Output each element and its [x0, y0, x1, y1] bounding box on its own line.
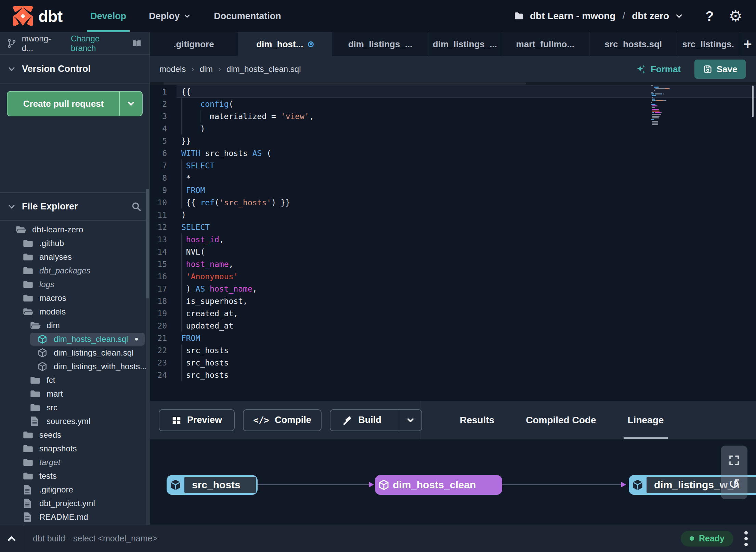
tree-item-label: dbt-learn-zero — [32, 225, 83, 234]
create-pull-request-button[interactable]: Create pull request — [7, 91, 143, 116]
tree-item-logs[interactable]: logs — [0, 278, 149, 291]
code-line-14[interactable]: 14 NVL( — [150, 246, 756, 258]
tab-label: src_hosts.sql — [604, 39, 662, 50]
breadcrumb-models[interactable]: models — [159, 64, 186, 74]
search-icon[interactable] — [131, 201, 142, 212]
code-line-20[interactable]: 20 updated_at — [150, 320, 756, 332]
tree-item-readme-md[interactable]: README.md — [0, 510, 149, 524]
tree-item-dbt-packages[interactable]: dbt_packages — [0, 264, 149, 278]
tree-item-label: macros — [39, 293, 66, 303]
tree-item-gitignore[interactable]: .gitignore — [0, 483, 149, 497]
breadcrumb-dim[interactable]: dim — [199, 64, 213, 74]
tree-item-fct[interactable]: fct — [0, 373, 149, 387]
tree-item-dbt-project-yml[interactable]: dbt_project.yml — [0, 497, 149, 510]
tree-item-dim-listings-clean-sql[interactable]: dim_listings_clean.sql — [0, 346, 149, 360]
tree-item-dim-listings-with-hosts[interactable]: dim_listings_with_hosts... — [0, 360, 149, 373]
fullscreen-icon[interactable] — [728, 454, 740, 466]
editor-vscrollbar-thumb[interactable] — [752, 86, 754, 117]
nav-develop[interactable]: Develop — [87, 0, 130, 32]
code-editor[interactable]: 1{{2 config(3 materialized = 'view',4 )5… — [150, 82, 756, 401]
compile-button[interactable]: </> Compile — [243, 409, 322, 431]
code-line-12[interactable]: 12SELECT — [150, 221, 756, 233]
code-line-24[interactable]: 24 src_hosts — [150, 369, 756, 381]
help-icon[interactable]: ? — [705, 9, 714, 24]
code-line-15[interactable]: 15 host_name, — [150, 258, 756, 270]
chevron-down-icon — [183, 12, 191, 20]
code-line-18[interactable]: 18 is_superhost, — [150, 295, 756, 307]
command-bar-toggle[interactable] — [0, 525, 23, 552]
code-line-8[interactable]: 8 * — [150, 172, 756, 184]
code-line-22[interactable]: 22 src_hosts — [150, 344, 756, 357]
tree-item-mart[interactable]: mart — [0, 387, 149, 401]
code-line-5[interactable]: 5}} — [150, 135, 756, 147]
create-pull-request-label[interactable]: Create pull request — [8, 92, 119, 116]
settings-gear-icon[interactable]: ⚙ — [729, 9, 742, 24]
code-line-6[interactable]: 6WITH src_hosts AS ( — [150, 147, 756, 159]
code-line-7[interactable]: 7 SELECT — [150, 159, 756, 172]
breadcrumb: models › dim › dim_hosts_clean.sql — [159, 64, 301, 74]
version-control-header[interactable]: Version Control — [0, 55, 149, 84]
file-explorer-scrollbar[interactable] — [146, 189, 149, 525]
tree-item-tests[interactable]: tests — [0, 469, 149, 483]
code-line-23[interactable]: 23 src_hosts — [150, 357, 756, 369]
file-tab-dim-listings[interactable]: dim_listings_... — [429, 32, 501, 56]
dbt-logo[interactable]: dbt — [12, 5, 62, 27]
editor-hscrollbar[interactable] — [150, 82, 756, 85]
editor-minimap[interactable] — [651, 85, 747, 126]
create-pull-request-dropdown[interactable] — [119, 92, 142, 116]
project-selector[interactable]: dbt Learn - mwong / dbt zero — [513, 11, 683, 22]
lineage-node-dim-hosts-clean[interactable]: dim_hosts_clean — [375, 475, 502, 495]
command-input[interactable]: dbt build --select <model_name> — [33, 534, 681, 543]
editor-hscrollbar-thumb[interactable] — [164, 82, 526, 85]
build-button[interactable]: Build — [330, 410, 393, 431]
file-tab-mart-fullmo[interactable]: mart_fullmo... — [501, 32, 589, 56]
refresh-icon[interactable]: ↺ — [728, 477, 740, 491]
file-tab-src-hosts-sql[interactable]: src_hosts.sql — [589, 32, 677, 56]
tree-item-github[interactable]: .github — [0, 236, 149, 250]
code-line-9[interactable]: 9 FROM — [150, 184, 756, 196]
code-line-19[interactable]: 19 created_at, — [150, 307, 756, 320]
tree-item-models[interactable]: models — [0, 305, 149, 319]
lineage-node-src-hosts[interactable]: src_hosts — [167, 475, 258, 495]
tab-lineage[interactable]: Lineage — [612, 401, 680, 439]
tree-item-target[interactable]: target — [0, 455, 149, 469]
folder-icon — [23, 444, 34, 453]
file-explorer-header[interactable]: File Explorer — [0, 193, 149, 221]
save-button[interactable]: Save — [694, 60, 746, 79]
tree-item-dim-hosts-clean-sql[interactable]: dim_hosts_clean.sql — [0, 332, 149, 346]
tree-item-macros[interactable]: macros — [0, 291, 149, 305]
tree-item-dim[interactable]: dim — [0, 319, 149, 332]
code-line-17[interactable]: 17 ) AS host_name, — [150, 283, 756, 295]
file-tab-dim-host[interactable]: dim_host... — [238, 32, 332, 56]
nav-deploy[interactable]: Deploy — [145, 0, 195, 32]
tree-item-analyses[interactable]: analyses — [0, 250, 149, 264]
tab-compiled-code[interactable]: Compiled Code — [510, 401, 612, 439]
build-dropdown[interactable] — [399, 410, 421, 431]
folder-icon — [23, 472, 34, 480]
branch-row: mwong-d... Change branch — [0, 32, 149, 55]
chevron-down-icon — [675, 12, 683, 21]
format-button[interactable]: Format — [636, 64, 681, 75]
lineage-graph[interactable]: src_hosts dim_hosts_clean dim_listings_w… — [150, 439, 756, 525]
model-cube-icon — [375, 479, 393, 491]
change-branch-link[interactable]: Change branch — [71, 34, 126, 53]
tree-item-dbt-learn-zero[interactable]: dbt-learn-zero — [0, 223, 149, 236]
new-tab-button[interactable]: + — [739, 32, 756, 56]
tree-item-src[interactable]: src — [0, 401, 149, 414]
tree-item-snapshots[interactable]: snapshots — [0, 442, 149, 455]
code-line-13[interactable]: 13 host_id, — [150, 233, 756, 246]
file-tab-dim-listings[interactable]: dim_listings_... — [332, 32, 429, 56]
docs-book-icon[interactable] — [131, 38, 143, 49]
tab-results[interactable]: Results — [444, 401, 510, 439]
file-tab-src-listings[interactable]: src_listings. — [677, 32, 739, 56]
file-tab-gitignore[interactable]: .gitignore — [150, 32, 238, 56]
tree-item-seeds[interactable]: seeds — [0, 428, 149, 442]
code-line-16[interactable]: 16 'Anonymous' — [150, 270, 756, 283]
kebab-menu-icon[interactable] — [742, 529, 750, 548]
preview-button[interactable]: Preview — [159, 409, 235, 431]
nav-documentation[interactable]: Documentation — [210, 0, 285, 32]
code-line-21[interactable]: 21FROM — [150, 332, 756, 344]
code-line-11[interactable]: 11) — [150, 209, 756, 221]
code-line-10[interactable]: 10 {{ ref('src_hosts') }} — [150, 196, 756, 209]
tree-item-sources-yml[interactable]: sources.yml — [0, 414, 149, 428]
